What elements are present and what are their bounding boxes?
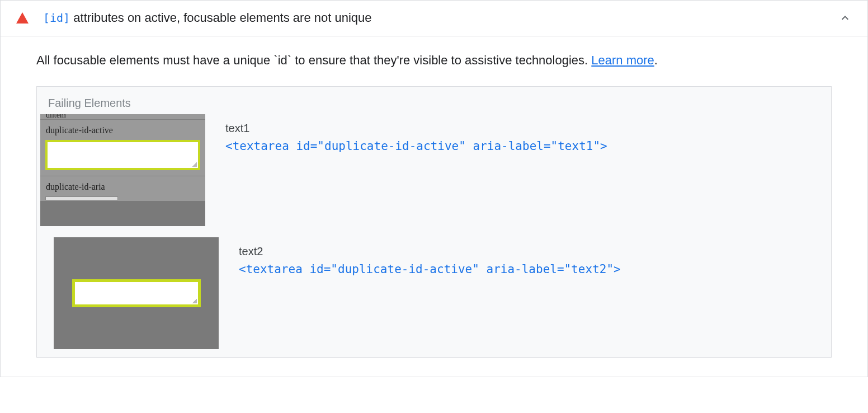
element-label: text1 [225, 122, 828, 135]
element-label: text2 [239, 245, 828, 258]
highlighted-element [45, 140, 200, 170]
element-source: <textarea id="duplicate-id-active" aria-… [239, 262, 828, 276]
element-thumbnail [54, 237, 219, 349]
error-triangle-icon [16, 12, 29, 24]
failing-element-info: text1 <textarea id="duplicate-id-active"… [225, 114, 828, 153]
audit-body: All focusable elements must have a uniqu… [1, 36, 867, 377]
failing-elements-box: Failing Elements dlitem duplicate-id-act… [36, 86, 832, 358]
element-thumbnail: dlitem duplicate-id-active duplicate-id-… [40, 114, 205, 226]
audit-item: [id] attributes on active, focusable ele… [0, 0, 868, 377]
audit-description: All focusable elements must have a uniqu… [36, 51, 832, 69]
thumb-text: duplicate-id-active [40, 120, 205, 140]
chevron-up-icon[interactable] [838, 11, 852, 25]
thumbnail-preview: dlitem duplicate-id-active duplicate-id-… [40, 114, 205, 226]
audit-title-code: [id] [43, 11, 70, 25]
failing-element-row[interactable]: text2 <textarea id="duplicate-id-active"… [40, 237, 828, 349]
audit-description-text: All focusable elements must have a uniqu… [36, 53, 591, 67]
thumb-tiny-box [45, 196, 118, 200]
learn-more-link[interactable]: Learn more [591, 53, 654, 67]
thumb-text: dlitem [40, 114, 205, 120]
audit-title-text: attributes on active, focusable elements… [70, 11, 371, 25]
failing-elements-list: dlitem duplicate-id-active duplicate-id-… [37, 114, 831, 357]
thumbnail-preview [54, 237, 219, 349]
failing-elements-title: Failing Elements [37, 87, 831, 114]
failing-element-info: text2 <textarea id="duplicate-id-active"… [239, 237, 828, 276]
element-source: <textarea id="duplicate-id-active" aria-… [225, 139, 828, 153]
highlighted-element [72, 279, 201, 307]
failing-element-row[interactable]: dlitem duplicate-id-active duplicate-id-… [40, 114, 828, 226]
thumb-text: duplicate-id-aria [40, 176, 205, 195]
audit-title: [id] attributes on active, focusable ele… [43, 10, 829, 27]
period: . [654, 53, 658, 67]
audit-header[interactable]: [id] attributes on active, focusable ele… [1, 1, 867, 36]
